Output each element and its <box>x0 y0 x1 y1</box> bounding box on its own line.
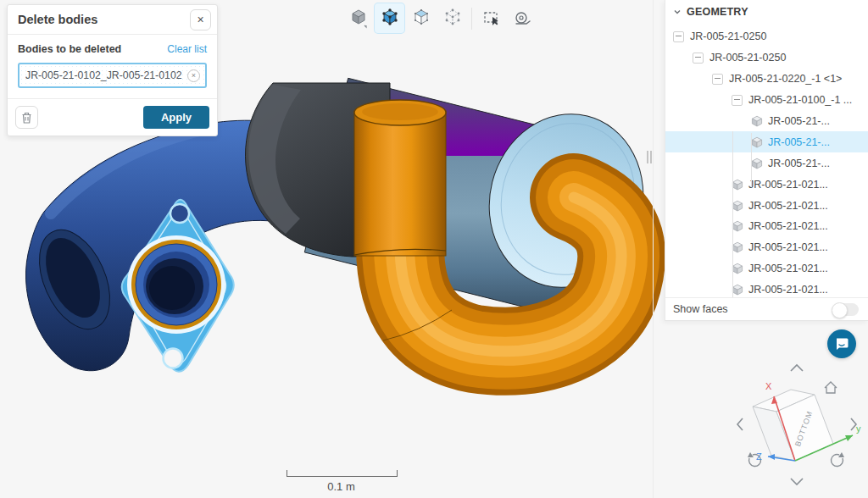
tree-row-label: JR-005-21-021... <box>748 200 828 212</box>
tree-connector <box>732 131 733 297</box>
tree-row[interactable]: JR-005-21-021... <box>665 195 868 216</box>
panel-collapse-handle[interactable] <box>647 151 654 163</box>
tree-row[interactable]: JR-005-21-... <box>665 111 868 132</box>
tree-row[interactable]: JR-005-21-0100_-1 ... <box>665 90 868 111</box>
collapse-expander-icon[interactable] <box>673 31 684 42</box>
body-cube-icon <box>732 241 743 253</box>
tree-row[interactable]: JR-005-21-021... <box>665 279 868 297</box>
body-chip: JR-005-21-0102_JR-005-21-0102 <box>25 69 187 81</box>
rotate-left-button[interactable] <box>737 418 743 430</box>
trash-icon <box>20 111 33 125</box>
dialog-close-button[interactable]: × <box>190 9 211 30</box>
geometry-tree: JR-005-21-0250 JR-005-21-0250 JR-005-21-… <box>665 23 868 297</box>
delete-selection-button[interactable] <box>15 106 38 129</box>
select-volume-button[interactable] <box>374 3 405 34</box>
chevron-down-icon <box>673 8 682 16</box>
tree-row[interactable]: JR-005-21-0220_-1 <1> <box>665 69 868 90</box>
tree-row[interactable]: JR-005-21-021... <box>665 258 868 279</box>
toolbar-separator <box>471 8 472 30</box>
z-axis-label: Z <box>756 451 762 462</box>
toggle-knob <box>832 302 848 318</box>
cube-face-icon <box>410 8 432 30</box>
tree-row-label: JR-005-21-021... <box>748 179 828 191</box>
tree-row-label: JR-005-21-0220_-1 <1> <box>729 73 842 85</box>
collapse-expander-icon[interactable] <box>712 74 723 85</box>
view-cube[interactable]: BOTTOM <box>753 390 833 461</box>
orange-vertical-pipe[interactable] <box>354 100 446 256</box>
tree-row[interactable]: JR-005-21-0250 <box>665 47 868 69</box>
tree-row[interactable]: JR-005-21-021... <box>665 174 868 195</box>
measure-button[interactable] <box>507 3 538 34</box>
tape-measure-icon <box>512 8 534 30</box>
tree-row-label: JR-005-21-021... <box>748 263 828 274</box>
body-cube-icon <box>732 263 743 274</box>
cube-vertices-icon <box>379 8 401 30</box>
tree-row-label: JR-005-21-... <box>768 158 830 169</box>
apply-button[interactable]: Apply <box>143 106 209 129</box>
bodies-input[interactable]: JR-005-21-0102_JR-005-21-0102 × <box>18 63 207 88</box>
tree-row-label: JR-005-21-... <box>768 115 830 127</box>
body-cube-icon <box>751 136 763 148</box>
tree-row[interactable]: JR-005-21-021... <box>665 216 868 237</box>
x-axis-label: X <box>765 381 772 391</box>
clear-list-link[interactable]: Clear list <box>167 43 207 55</box>
body-cube-icon <box>732 220 743 232</box>
select-face-button[interactable] <box>405 3 437 34</box>
show-faces-toggle[interactable] <box>832 303 859 316</box>
select-body-dropdown-button[interactable] <box>342 3 374 34</box>
body-cube-icon <box>751 158 763 169</box>
select-vertex-button[interactable] <box>437 3 468 34</box>
panel-divider <box>653 0 654 498</box>
tree-row-label: JR-005-21-... <box>768 136 830 148</box>
roll-cw-button[interactable] <box>831 452 844 467</box>
chat-bubble-icon <box>834 336 849 351</box>
tree-connector <box>751 133 752 187</box>
delete-bodies-dialog: Delete bodies × Bodies to be deleted Cle… <box>7 4 218 136</box>
geometry-panel-title: GEOMETRY <box>687 6 748 18</box>
geometry-panel-header[interactable]: GEOMETRY <box>665 0 868 23</box>
scale-bar-label: 0.1 m <box>287 480 396 493</box>
scale-bar <box>287 470 398 477</box>
collapse-expander-icon[interactable] <box>732 95 743 106</box>
tree-row[interactable]: JR-005-21-0250 <box>665 26 868 47</box>
tree-row-label: JR-005-21-0250 <box>709 52 786 64</box>
y-axis-label: y <box>856 423 861 434</box>
rotate-up-button[interactable] <box>791 365 803 371</box>
tree-row[interactable]: JR-005-21-... <box>665 152 868 174</box>
cube-dotted-icon <box>442 8 464 30</box>
rotate-down-button[interactable] <box>791 479 803 484</box>
dialog-title: Delete bodies <box>18 13 97 26</box>
tree-row-label: JR-005-21-021... <box>748 220 828 232</box>
collapse-expander-icon[interactable] <box>693 53 704 64</box>
support-chat-button[interactable] <box>827 329 856 358</box>
box-select-button[interactable] <box>476 3 507 34</box>
tree-row[interactable]: JR-005-21-021... <box>665 237 868 258</box>
bodies-field-label: Bodies to be deleted <box>18 43 121 55</box>
body-cube-icon <box>751 115 763 127</box>
chip-remove-button[interactable]: × <box>187 69 200 82</box>
tree-row-label: JR-005-21-0100_-1 ... <box>748 94 852 106</box>
selection-toolbar <box>342 3 538 34</box>
tree-row[interactable]: JR-005-21-... <box>665 131 868 152</box>
body-cube-icon <box>732 200 743 212</box>
body-cube-icon <box>732 284 743 296</box>
cube-solid-icon <box>348 8 370 30</box>
tree-row-label: JR-005-21-021... <box>748 241 828 253</box>
tree-row-label: JR-005-21-0250 <box>690 30 766 42</box>
geometry-panel: GEOMETRY JR-005-21-0250 JR-005-21-0250 J… <box>665 0 868 321</box>
orientation-widget: BOTTOM X y Z <box>727 359 867 495</box>
home-view-button[interactable] <box>825 382 837 393</box>
tree-row-label: JR-005-21-021... <box>748 284 828 296</box>
marquee-select-icon <box>481 8 503 30</box>
body-cube-icon <box>732 179 743 191</box>
show-faces-label: Show faces <box>673 303 728 315</box>
